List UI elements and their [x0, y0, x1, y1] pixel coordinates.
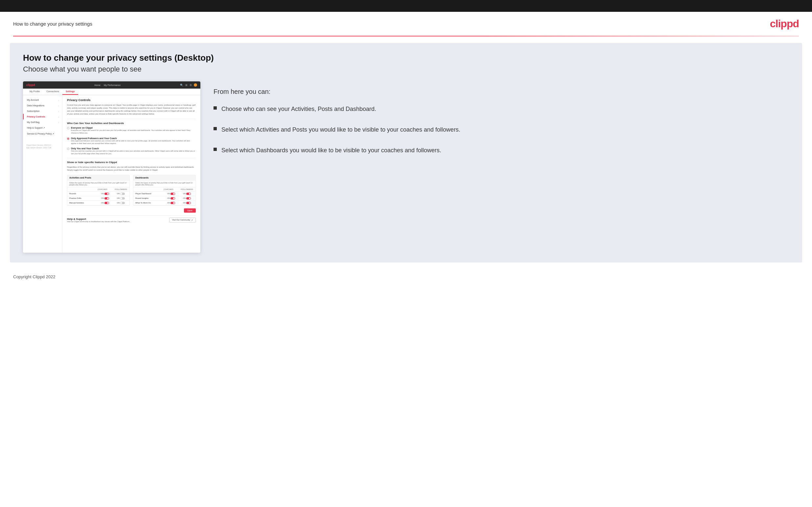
mockup-privacy-title: Privacy Controls: [67, 99, 196, 102]
header: How to change your privacy settings clip…: [0, 12, 812, 36]
mockup-radio-approved-desc: Only approved followers and coaches you …: [71, 140, 190, 145]
bullet-square-3: [213, 148, 217, 151]
mockup-activities-table: Activities and Posts Select the types of…: [67, 175, 130, 206]
right-panel: From here you can: Choose who can see yo…: [213, 81, 789, 167]
mockup-nav-links: Home My Performance: [94, 84, 120, 86]
mockup-settings-icon: ⚙: [190, 84, 192, 87]
mockup-activities-row-drills: Practice Drills ON ON: [67, 196, 130, 201]
mockup-radio-onlyyou: Only You and Your Coach Only you and the…: [67, 147, 196, 155]
bullet-text-1: Choose who can see your Activities, Post…: [221, 105, 376, 114]
mockup-body: My Account › Data Integrations › Subscri…: [23, 95, 200, 253]
mockup-who-title: Who Can See Your Activities and Dashboar…: [67, 122, 196, 125]
footer: Copyright Clippd 2022: [0, 269, 812, 284]
mockup-sidebar-myaccount: My Account ›: [23, 97, 62, 103]
mockup-radio-everyone: Everyone on Clippd Everyone on Clippd ca…: [67, 127, 196, 134]
mockup-radio-approved: Only Approved Followers and Your Coach O…: [67, 137, 196, 145]
mockup-col-coaches-2: COACHES: [162, 188, 175, 190]
mockup-main-panel: Privacy Controls Control how you and you…: [62, 95, 200, 253]
mockup-share-icon: ⊞: [185, 84, 188, 87]
content-row: clippd Home My Performance 🔍 ⊞ ⚙ My Prof…: [23, 81, 789, 253]
mockup-save-button[interactable]: Save: [184, 208, 196, 213]
mockup-col-followers-2: FOLLOWERS: [180, 188, 194, 190]
bullet-list: Choose who can see your Activities, Post…: [213, 105, 789, 155]
mockup-help-desc: Visit our Clippd community to troublesho…: [67, 221, 130, 223]
mockup-toggle-drills-coaches: [104, 197, 109, 200]
mockup-external-link-icon: ↗: [191, 219, 193, 221]
mockup-toggle-roundinsights-followers: [186, 197, 191, 200]
mockup-sidebar-serviceprivacy: Service & Privacy Policy ↗: [23, 131, 62, 137]
mockup-toggle-rounds-followers: [120, 192, 125, 195]
mockup-showhide-desc: Regardless of the privacy controls that …: [67, 166, 196, 172]
mockup-toggle-player-followers: [186, 192, 191, 195]
mockup-nav-icons: 🔍 ⊞ ⚙: [180, 83, 197, 87]
screenshot-mockup: clippd Home My Performance 🔍 ⊞ ⚙ My Prof…: [23, 81, 200, 253]
mockup-activities-row-manual: Manual Activities ON ON: [67, 201, 130, 206]
mockup-subnav-connections: Connections: [43, 89, 62, 95]
mockup-topnav: clippd Home My Performance 🔍 ⊞ ⚙: [23, 81, 200, 89]
mockup-sidebar-subscription: Subscription ›: [23, 108, 62, 114]
mockup-dashboards-subheader: COACHES FOLLOWERS: [133, 187, 195, 192]
main-content: How to change your privacy settings (Des…: [10, 43, 802, 263]
bullet-item-3: Select which Dashboards you would like t…: [213, 146, 789, 155]
mockup-subnav-myprofile: My Profile: [26, 89, 43, 95]
mockup-sidebar-helpsupport: Help & Support ↗: [23, 125, 62, 131]
bullet-square-1: [213, 106, 217, 110]
mockup-toggle-player-coaches: [170, 192, 175, 195]
page-heading: How to change your privacy settings (Des…: [23, 53, 789, 63]
mockup-sidebar-version: Clippd Client Version: 2022.8.2SQL Serve…: [23, 142, 62, 151]
header-divider: [13, 36, 799, 37]
mockup-logo: clippd: [26, 83, 35, 87]
page-subheading: Choose what you want people to see: [23, 65, 789, 73]
bullet-item-1: Choose who can see your Activities, Post…: [213, 105, 789, 114]
mockup-toggle-drills-followers: [120, 197, 125, 200]
mockup-subnav: My Profile Connections Settings: [23, 89, 200, 95]
header-title: How to change your privacy settings: [13, 21, 92, 26]
mockup-sidebar-privacycontrols: Privacy Controls ›: [23, 114, 62, 119]
mockup-dashboards-row-whattoworkon: What To Work On ON ON: [133, 201, 195, 206]
mockup-chevron-dataintegrations: ›: [58, 105, 59, 107]
mockup-radio-onlyyou-btn: [67, 148, 69, 150]
mockup-col-coaches-1: COACHES: [96, 188, 109, 190]
mockup-dashboards-table: Dashboards Select the types of activity …: [133, 175, 196, 206]
top-bar: [0, 0, 812, 12]
mockup-activities-title: Activities and Posts: [67, 175, 130, 180]
mockup-showhide-title: Show or hide specific features in Clippd: [67, 161, 196, 164]
mockup-tables-row: Activities and Posts Select the types of…: [67, 175, 196, 206]
mockup-dashboards-title: Dashboards: [133, 175, 195, 180]
mockup-activities-row-rounds: Rounds ON ON: [67, 192, 130, 196]
clippd-logo: clippd: [770, 18, 799, 30]
mockup-help-title: Help & Support: [67, 218, 130, 221]
mockup-search-icon: 🔍: [180, 84, 183, 87]
copyright-text: Copyright Clippd 2022: [13, 274, 55, 279]
mockup-toggle-whattoworkon-coaches: [170, 202, 175, 204]
mockup-help-section: Help & Support Visit our Clippd communit…: [67, 215, 196, 224]
mockup-chevron-mygolfbag: ›: [58, 121, 59, 123]
mockup-activities-desc: Select the types of activity that you'd …: [67, 180, 130, 187]
mockup-radio-everyone-desc: Everyone on Clippd can search for you an…: [71, 129, 191, 134]
mockup-chevron-privacycontrols: ›: [58, 116, 59, 118]
mockup-dashboards-desc: Select the types of activity that you'd …: [133, 180, 195, 187]
mockup-help-button[interactable]: Visit Our Community ↗: [169, 218, 196, 223]
mockup-toggle-roundinsights-coaches: [170, 197, 175, 200]
mockup-toggle-manual-coaches: [104, 202, 109, 204]
mockup-dashboards-row-roundinsights: Round Insights ON ON: [133, 196, 195, 201]
mockup-nav-home: Home: [94, 84, 101, 86]
mockup-chevron-myaccount: ›: [58, 99, 59, 101]
mockup-divider-1: [67, 119, 196, 119]
mockup-radio-everyone-label: Everyone on Clippd: [71, 127, 196, 129]
mockup-save-row: Save: [67, 208, 196, 213]
mockup-nav-performance: My Performance: [104, 84, 120, 86]
mockup-activities-subheader: COACHES FOLLOWERS: [67, 187, 130, 192]
mockup-subnav-settings: Settings: [62, 89, 78, 95]
bullet-text-2: Select which Activities and Posts you wo…: [221, 125, 460, 134]
mockup-radio-onlyyou-label: Only You and Your Coach: [71, 147, 196, 150]
mockup-toggle-manual-followers: [120, 202, 125, 204]
mockup-toggle-whattoworkon-followers: [186, 202, 191, 204]
mockup-toggle-rounds-coaches: [104, 192, 109, 195]
bullet-item-2: Select which Activities and Posts you wo…: [213, 125, 789, 134]
mockup-sidebar-mygolfbag: My Golf Bag ›: [23, 119, 62, 125]
mockup-chevron-subscription: ›: [58, 110, 59, 112]
from-here-heading: From here you can:: [213, 88, 789, 96]
mockup-avatar: [194, 83, 197, 87]
mockup-col-followers-1: FOLLOWERS: [114, 188, 128, 190]
